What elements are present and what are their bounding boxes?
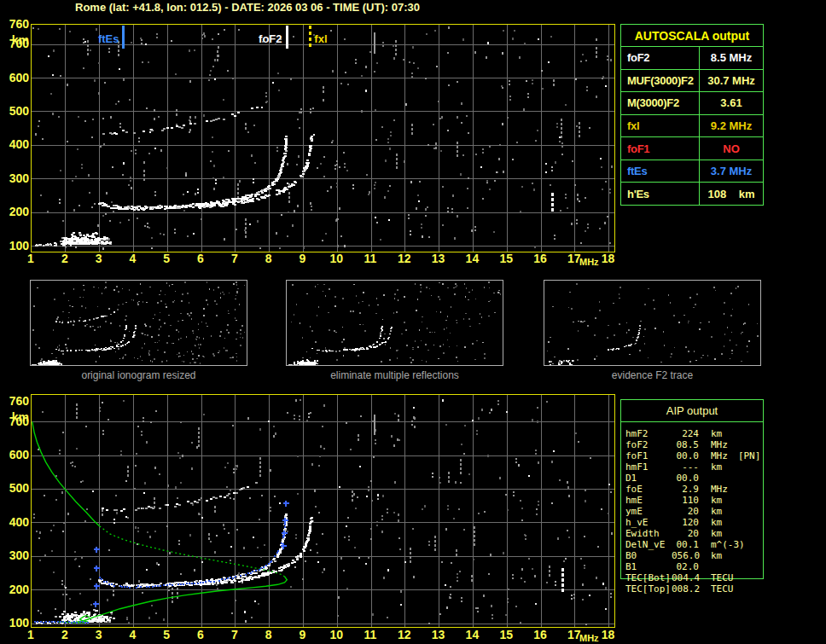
x-tick-label: 8 xyxy=(258,252,280,264)
x-tick-label: 4 xyxy=(121,252,143,264)
aip-row-label: foE xyxy=(625,484,672,495)
y-tick-label: 100 xyxy=(2,240,29,252)
aip-row-unit: MHz xyxy=(699,439,728,450)
y-tick-label: 760 xyxy=(2,395,29,407)
y-tick-label: 600 xyxy=(2,72,29,84)
x-tick-label: 13 xyxy=(428,629,450,641)
autoscala-table-row: ftEs3.7 MHz xyxy=(621,160,763,183)
autoscala-row-value: 3.7 MHz xyxy=(700,160,763,183)
fxl-marker-label: fxl xyxy=(314,32,327,45)
x-tick-label: 15 xyxy=(495,629,517,641)
y-tick-label: 400 xyxy=(2,138,29,150)
aip-row-unit xyxy=(699,473,711,484)
aip-table-header: AIP output xyxy=(621,400,763,422)
autoscala-row-value: NO xyxy=(700,137,763,160)
aip-row-label: hmE xyxy=(625,495,672,506)
x-tick-label: 13 xyxy=(428,252,450,264)
aip-row-label: D1 xyxy=(625,473,672,484)
thumbnail-f2-trace xyxy=(544,280,761,366)
autoscala-table-body: foF28.5 MHzMUF(3000)F230.7 MHzM(3000)F23… xyxy=(621,47,763,205)
aip-row-unit: km xyxy=(699,550,722,561)
aip-table-row: B102.0 xyxy=(625,561,760,572)
fxl-marker-line xyxy=(309,26,311,49)
aip-row-label: B1 xyxy=(625,561,672,572)
aip-row-unit: km xyxy=(699,461,722,473)
top-ionogram-canvas xyxy=(32,25,614,252)
aip-table-row: ymE20km xyxy=(625,506,760,517)
x-tick-label: 10 xyxy=(325,252,347,264)
aip-table-row: hmE110km xyxy=(625,495,760,506)
x-tick-label: 11 xyxy=(359,629,381,641)
fof2-marker-label: foF2 xyxy=(248,32,282,45)
x-tick-label: 14 xyxy=(461,629,483,641)
y-tick-label: 500 xyxy=(2,105,29,117)
aip-row-label: DelN_vE xyxy=(625,539,672,550)
x-tick-label: 6 xyxy=(189,252,212,264)
aip-table-row: Ewidth20km xyxy=(625,528,760,539)
aip-row-value: 2.9 xyxy=(672,484,699,495)
x-tick-label: 5 xyxy=(155,252,177,264)
autoscala-table-row: foF28.5 MHz xyxy=(621,47,763,70)
autoscala-table-row: MUF(3000)F230.7 MHz xyxy=(621,70,763,93)
x-tick-label: 7 xyxy=(224,629,246,641)
aip-row-value: 224 xyxy=(672,428,699,439)
aip-row-label: TEC[Bot] xyxy=(625,572,672,583)
x-tick-label: 5 xyxy=(155,629,177,641)
y-tick-label: 400 xyxy=(2,516,29,528)
autoscala-row-value: 108 km xyxy=(700,183,763,205)
x-tick-label: 16 xyxy=(529,629,551,641)
y-tick-label: 600 xyxy=(2,449,29,461)
x-axis-unit-label: MHz xyxy=(579,633,599,643)
aip-row-value: 20 xyxy=(672,506,699,517)
aip-row-label: h_vE xyxy=(625,517,672,528)
aip-table-row: foE2.9MHz xyxy=(625,484,760,495)
x-tick-label: 14 xyxy=(461,252,483,264)
x-tick-label: 10 xyxy=(325,629,347,641)
aip-table-row: B0056.0km xyxy=(625,550,760,561)
aip-row-unit: km xyxy=(699,517,722,528)
aip-row-label: foF2 xyxy=(625,439,672,450)
y-tick-label: 760 xyxy=(2,18,29,30)
aip-row-unit: km xyxy=(699,506,722,517)
aip-row-flag: [PN] xyxy=(728,450,761,461)
y-tick-label: 500 xyxy=(2,482,29,494)
x-tick-label: 16 xyxy=(529,252,551,264)
x-tick-label: 1 xyxy=(20,629,42,641)
autoscala-table-row: h'Es108 km xyxy=(621,183,763,205)
thumbnail-original-ionogram xyxy=(30,280,247,366)
aip-row-value: 00.0 xyxy=(672,473,699,484)
x-axis-unit-label: MHz xyxy=(579,257,599,267)
x-tick-label: 7 xyxy=(224,252,246,264)
autoscala-row-value: 3.61 xyxy=(700,92,763,114)
aip-table-row: TEC[Top]008.2TECU xyxy=(625,583,760,595)
x-tick-label: 9 xyxy=(291,629,313,641)
aip-row-value: 004.4 xyxy=(672,572,699,583)
autoscala-table-header: AUTOSCALA output xyxy=(621,25,763,47)
x-tick-label: 12 xyxy=(393,252,416,264)
ftes-marker-line xyxy=(122,26,125,49)
page-title: Rome (lat: +41.8, lon: 012.5) - DATE: 20… xyxy=(75,1,420,14)
autoscala-row-label: foF1 xyxy=(621,137,700,160)
aip-table-rows: hmF2224kmfoF208.5MHzfoF100.0MHz[PN]hmF1-… xyxy=(625,428,760,595)
thumbnail-filtered-ionogram xyxy=(286,280,503,366)
aip-row-value: 00.1 xyxy=(672,539,699,550)
y-axis-unit-label: km xyxy=(2,411,29,423)
aip-row-value: --- xyxy=(672,461,699,473)
aip-table-row: hmF2224km xyxy=(625,428,760,439)
aip-row-unit xyxy=(699,561,711,572)
top-ionogram-plot: ftEsfoF2fxl xyxy=(31,24,615,252)
thumbnail-f2-canvas xyxy=(544,281,760,365)
aip-row-value: 00.0 xyxy=(672,450,699,461)
x-tick-label: 9 xyxy=(291,252,313,264)
thumbnail-caption-filtered: eliminate multiple reflections xyxy=(286,369,503,381)
aip-row-label: B0 xyxy=(625,550,672,561)
y-tick-label: 300 xyxy=(2,549,29,561)
autoscala-row-label: h'Es xyxy=(621,183,700,205)
autoscala-screen: Rome (lat: +41.8, lon: 012.5) - DATE: 20… xyxy=(0,0,826,644)
thumbnail-caption-original: original ionogram resized xyxy=(30,369,247,381)
aip-row-unit: km xyxy=(699,528,722,539)
aip-row-unit: MHz xyxy=(699,450,728,461)
y-tick-label: 300 xyxy=(2,172,29,184)
thumbnail-caption-f2trace: evidence F2 trace xyxy=(544,369,761,381)
aip-row-value: 056.0 xyxy=(672,550,699,561)
